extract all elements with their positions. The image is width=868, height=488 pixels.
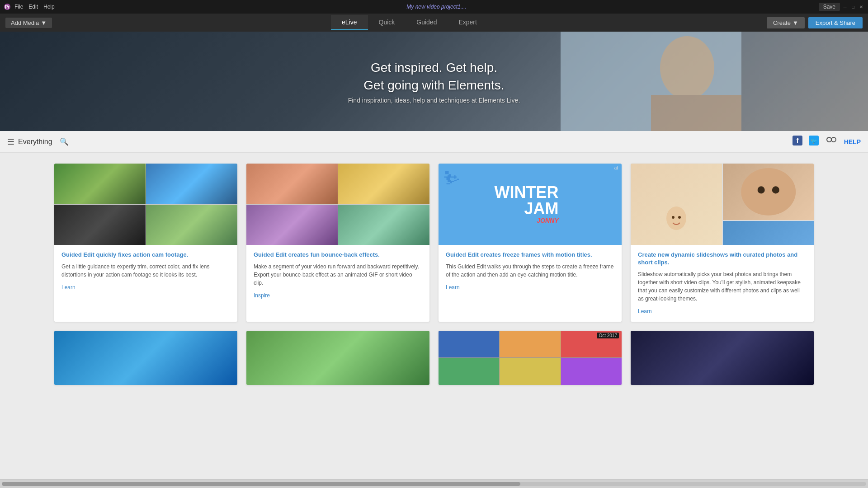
community-icon[interactable]	[825, 136, 838, 148]
tab-guided[interactable]: Guided	[406, 15, 448, 30]
menu-help[interactable]: Help	[43, 4, 55, 10]
svg-rect-4	[651, 95, 741, 131]
title-bar-menu: File Edit Help	[14, 4, 55, 10]
card-4-image	[631, 164, 814, 245]
mosaic-cell-3	[54, 205, 146, 245]
hero-banner: Get inspired. Get help. Get going with E…	[0, 32, 868, 131]
card-2-body: Guided Edit creates fun bounce-back effe…	[246, 245, 429, 306]
card-3-action[interactable]: Learn	[446, 284, 614, 291]
winter-jam-title: WINTER	[495, 184, 559, 201]
mosaic-cell-2	[146, 164, 237, 204]
svg-point-15	[757, 186, 764, 193]
card-3-image: ⛷ at WINTER JAM JONNY	[439, 164, 622, 245]
svg-point-12	[672, 216, 675, 219]
nav-tabs: eLive Quick Guided Expert	[52, 15, 767, 30]
filter-right: f 🐦 HELP	[793, 136, 861, 148]
collage-bottom-right	[723, 221, 814, 245]
svg-point-9	[827, 137, 831, 142]
app-logo-icon: Pr	[4, 3, 11, 10]
card-2-image	[246, 164, 429, 245]
bottom-cards-grid: Oct 2017	[54, 331, 814, 385]
save-button[interactable]: Save	[819, 3, 840, 11]
filter-bar: ☰ Everything 🔍 f 🐦 HELP	[0, 131, 868, 153]
card-action-cam: Guided Edit quickly fixes action cam foo…	[54, 164, 237, 322]
card-slideshow: Create new dynamic slideshows with curat…	[631, 164, 814, 322]
card-bounce-back: Guided Edit creates fun bounce-back effe…	[246, 164, 429, 322]
dance-cell-2	[338, 164, 429, 204]
winter-jam-jam: JAM	[495, 201, 559, 217]
menu-file[interactable]: File	[14, 4, 23, 10]
bottom-card-2	[246, 331, 429, 385]
create-button[interactable]: Create ▼	[767, 17, 805, 28]
collage-top-right	[723, 164, 814, 220]
card-4-description: Slideshow automatically picks your best …	[638, 270, 807, 303]
dance-cell-1	[246, 164, 338, 204]
card-winter-jam: ⛷ at WINTER JAM JONNY Guided Edit create…	[439, 164, 622, 322]
bottom-card-4	[631, 331, 814, 385]
bottom-card-3-image: Oct 2017	[439, 331, 622, 385]
tab-expert[interactable]: Expert	[448, 15, 487, 30]
child-face-1	[663, 205, 690, 236]
card-1-title: Guided Edit quickly fixes action cam foo…	[61, 251, 230, 259]
photo-cell-4	[439, 358, 499, 385]
menu-bar: Add Media ▼ eLive Quick Guided Expert Cr…	[0, 14, 868, 32]
scrollbar-track[interactable]	[2, 482, 866, 486]
photo-cell-1	[439, 331, 499, 358]
bottom-card-3: Oct 2017	[439, 331, 622, 385]
minimize-button[interactable]: ─	[842, 4, 848, 10]
add-media-button[interactable]: Add Media ▼	[5, 18, 52, 28]
winter-jam-name: JONNY	[495, 217, 559, 224]
dropdown-arrow-icon: ▼	[41, 19, 47, 26]
svg-text:f: f	[796, 137, 798, 144]
hero-content: Get inspired. Get help. Get going with E…	[348, 59, 520, 104]
maximize-button[interactable]: □	[850, 4, 856, 10]
filter-label[interactable]: Everything	[18, 138, 52, 146]
card-4-title: Create new dynamic slideshows with curat…	[638, 251, 807, 267]
tab-quick[interactable]: Quick	[368, 15, 406, 30]
svg-point-10	[831, 137, 836, 142]
svg-point-11	[666, 206, 686, 230]
cards-grid: Guided Edit quickly fixes action cam foo…	[54, 164, 814, 322]
svg-point-14	[741, 168, 796, 216]
card-2-action[interactable]: Inspire	[254, 292, 422, 299]
help-button[interactable]: HELP	[844, 138, 861, 145]
photo-cell-6	[561, 358, 622, 385]
svg-text:🐦: 🐦	[810, 137, 817, 144]
close-button[interactable]: ✕	[858, 4, 864, 10]
hamburger-menu-icon[interactable]: ☰	[7, 137, 14, 147]
menu-bar-right: Create ▼ Export & Share	[767, 17, 863, 28]
card-3-body: Guided Edit creates freeze frames with m…	[439, 245, 622, 298]
menu-edit[interactable]: Edit	[28, 4, 38, 10]
hero-title: Get inspired. Get help. Get going with E…	[348, 59, 520, 94]
card-2-description: Make a segment of your video run forward…	[254, 263, 422, 287]
card-2-title: Guided Edit creates fun bounce-back effe…	[254, 251, 422, 259]
dance-cell-4	[338, 205, 429, 245]
svg-point-13	[678, 216, 681, 219]
dance-cell-3	[246, 205, 338, 245]
project-name: My new video project1....	[406, 4, 467, 10]
card-4-action[interactable]: Learn	[638, 308, 807, 314]
search-icon[interactable]: 🔍	[60, 137, 69, 146]
export-share-button[interactable]: Export & Share	[808, 17, 863, 28]
tab-elive[interactable]: eLive	[331, 15, 368, 30]
date-badge: Oct 2017	[597, 333, 619, 338]
twitter-icon[interactable]: 🐦	[809, 136, 819, 148]
svg-point-16	[772, 186, 779, 193]
filter-left: ☰ Everything 🔍	[7, 137, 69, 147]
create-dropdown-icon: ▼	[793, 19, 798, 26]
content-area: Guided Edit quickly fixes action cam foo…	[0, 153, 868, 479]
photo-cell-2	[500, 331, 560, 358]
bottom-card-4-image	[631, 331, 814, 385]
title-bar-right: Save ─ □ ✕	[819, 3, 864, 11]
facebook-icon[interactable]: f	[793, 136, 802, 148]
bottom-card-1	[54, 331, 237, 385]
card-1-action[interactable]: Learn	[61, 284, 230, 291]
horizontal-scrollbar[interactable]	[0, 479, 868, 488]
card-3-description: This Guided Edit walks you through the s…	[446, 263, 614, 279]
mosaic-cell-1	[54, 164, 146, 204]
scrollbar-thumb[interactable]	[2, 482, 520, 486]
winter-jam-at: at	[614, 165, 618, 170]
child-face-2	[723, 164, 814, 220]
mosaic-cell-4	[146, 205, 237, 245]
card-1-image	[54, 164, 237, 245]
